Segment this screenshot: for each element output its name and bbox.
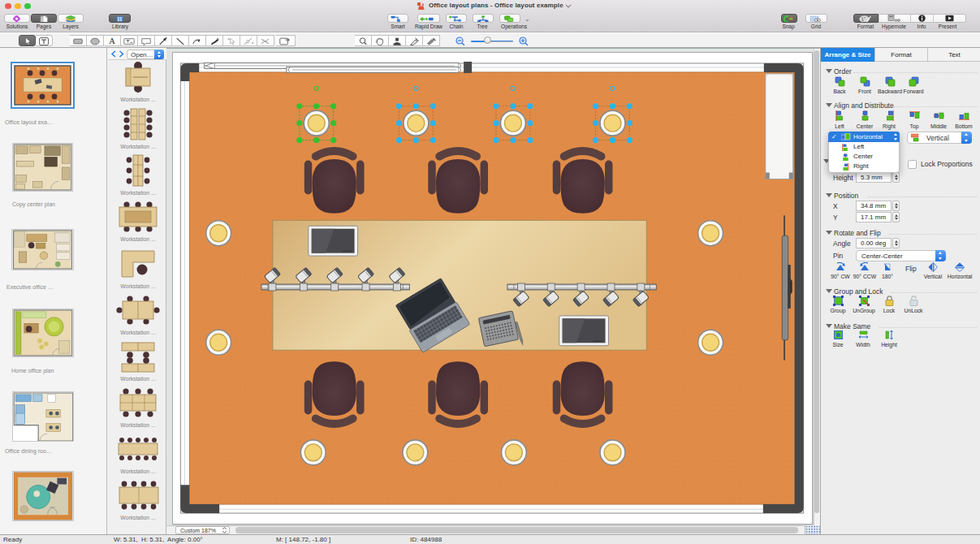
svg-text:A: A	[109, 37, 115, 45]
